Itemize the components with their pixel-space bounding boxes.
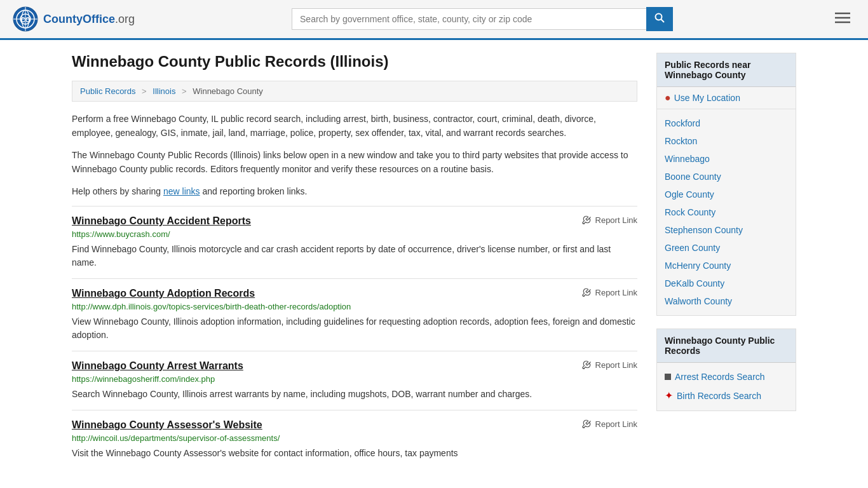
breadcrumb-public-records[interactable]: Public Records <box>80 86 135 96</box>
svg-point-12 <box>583 223 585 224</box>
hamburger-icon <box>835 12 850 24</box>
svg-text:CO: CO <box>21 17 31 24</box>
record-title-0[interactable]: Winnebago County Accident Reports <box>72 215 251 227</box>
breadcrumb-sep-2: > <box>182 86 187 96</box>
intro-text-1: Perform a free Winnebago County, IL publ… <box>72 112 637 140</box>
nearby-item-3[interactable]: Boone County <box>657 168 796 186</box>
wrench-icon-1 <box>582 288 592 298</box>
nearby-link-2[interactable]: Winnebago <box>665 154 710 164</box>
nearby-item-5[interactable]: Rock County <box>657 203 796 221</box>
nearby-link-8[interactable]: McHenry County <box>665 261 731 271</box>
main-content: Winnebago County Public Records (Illinoi… <box>72 53 637 469</box>
report-link-0[interactable]: Report Link <box>582 215 637 226</box>
bullet-square-icon-0 <box>665 374 671 380</box>
nearby-link-10[interactable]: Walworth County <box>665 296 732 306</box>
nearby-link-9[interactable]: DeKalb County <box>665 278 724 288</box>
report-link-1[interactable]: Report Link <box>582 288 637 298</box>
record-url-2[interactable]: https://winnebagosheriff.com/index.php <box>72 374 637 384</box>
svg-point-15 <box>583 427 585 428</box>
records-link-0[interactable]: Arrest Records Search <box>675 372 765 382</box>
record-url-1[interactable]: http://www.dph.illinois.gov/topics-servi… <box>72 302 637 311</box>
record-title-2[interactable]: Winnebago County Arrest Warrants <box>72 360 243 372</box>
nearby-item-10[interactable]: Walworth County <box>657 292 796 310</box>
records-links-list: Arrest Records Search✦Birth Records Sear… <box>657 363 796 410</box>
page-title: Winnebago County Public Records (Illinoi… <box>72 53 637 71</box>
breadcrumb: Public Records > Illinois > Winnebago Co… <box>72 81 637 102</box>
breadcrumb-illinois[interactable]: Illinois <box>153 86 175 96</box>
nearby-section: Public Records near Winnebago County ● U… <box>656 53 796 316</box>
menu-button[interactable] <box>830 8 855 30</box>
logo-area[interactable]: CO CountyOffice.org <box>13 6 135 32</box>
main-container: Winnebago County Public Records (Illinoi… <box>53 40 815 482</box>
svg-point-14 <box>583 368 585 369</box>
nearby-link-6[interactable]: Stephenson County <box>665 225 743 235</box>
breadcrumb-sep-1: > <box>142 86 147 96</box>
nearby-list: RockfordRocktonWinnebagoBoone CountyOgle… <box>657 109 796 315</box>
new-links-link[interactable]: new links <box>163 186 200 196</box>
intro-text-3: Help others by sharing new links and rep… <box>72 184 637 198</box>
record-header-2: Winnebago County Arrest Warrants Report … <box>72 360 637 372</box>
search-icon <box>654 13 665 23</box>
sidebar: Public Records near Winnebago County ● U… <box>656 53 796 469</box>
records-link-item-1[interactable]: ✦Birth Records Search <box>657 386 796 405</box>
record-header-1: Winnebago County Adoption Records Report… <box>72 288 637 299</box>
record-entry-0: Winnebago County Accident Reports Report… <box>72 206 637 278</box>
nearby-item-2[interactable]: Winnebago <box>657 150 796 168</box>
records-section: Winnebago County Public Records Arrest R… <box>656 329 796 411</box>
record-desc-3: Visit the Winnebago County Assessor's we… <box>72 447 637 460</box>
logo-icon: CO <box>13 6 38 32</box>
record-desc-0: Find Winnebago County, Illinois motorcyc… <box>72 243 637 269</box>
records-link-item-0[interactable]: Arrest Records Search <box>657 368 796 386</box>
use-location-button[interactable]: ● Use My Location <box>657 87 796 109</box>
nearby-link-1[interactable]: Rockton <box>665 136 697 146</box>
intro3-pre: Help others by sharing <box>72 186 163 196</box>
record-url-3[interactable]: http://wincoil.us/departments/supervisor… <box>72 433 637 443</box>
nearby-link-0[interactable]: Rockford <box>665 118 700 128</box>
wrench-icon-3 <box>582 419 592 430</box>
use-location-label: Use My Location <box>674 93 740 103</box>
report-link-3[interactable]: Report Link <box>582 419 637 430</box>
nearby-link-3[interactable]: Boone County <box>665 172 721 182</box>
nearby-item-4[interactable]: Ogle County <box>657 186 796 203</box>
location-pin-icon: ● <box>665 92 671 104</box>
record-entry-1: Winnebago County Adoption Records Report… <box>72 278 637 351</box>
records-link-1[interactable]: Birth Records Search <box>677 391 761 401</box>
nearby-link-7[interactable]: Green County <box>665 243 720 253</box>
records-container: Winnebago County Accident Reports Report… <box>72 206 637 469</box>
nearby-title: Public Records near Winnebago County <box>657 53 796 87</box>
wrench-icon-0 <box>582 215 592 226</box>
nearby-item-1[interactable]: Rockton <box>657 132 796 150</box>
wrench-icon-2 <box>582 360 592 370</box>
intro-text-2: The Winnebago County Public Records (Ill… <box>72 148 637 177</box>
record-header-3: Winnebago County Assessor's Website Repo… <box>72 419 637 431</box>
record-entry-2: Winnebago County Arrest Warrants Report … <box>72 351 637 410</box>
search-input[interactable] <box>292 8 646 30</box>
breadcrumb-current: Winnebago County <box>193 86 263 96</box>
logo-text: CountyOffice.org <box>43 13 135 26</box>
record-desc-1: View Winnebago County, Illinois adoption… <box>72 315 637 342</box>
search-area <box>292 7 673 31</box>
record-title-3[interactable]: Winnebago County Assessor's Website <box>72 419 262 431</box>
svg-point-7 <box>656 14 662 20</box>
record-title-1[interactable]: Winnebago County Adoption Records <box>72 288 255 299</box>
nearby-item-6[interactable]: Stephenson County <box>657 221 796 239</box>
search-button[interactable] <box>646 7 673 31</box>
record-url-0[interactable]: https://www.buycrash.com/ <box>72 229 637 239</box>
svg-point-13 <box>583 295 585 297</box>
record-entry-3: Winnebago County Assessor's Website Repo… <box>72 410 637 469</box>
nearby-item-8[interactable]: McHenry County <box>657 257 796 274</box>
record-desc-2: Search Winnebago County, Illinois arrest… <box>72 388 637 401</box>
nearby-item-7[interactable]: Green County <box>657 239 796 257</box>
intro3-post: and reporting broken links. <box>200 186 308 196</box>
bullet-star-icon-1: ✦ <box>665 390 673 402</box>
report-link-2[interactable]: Report Link <box>582 360 637 370</box>
nearby-link-5[interactable]: Rock County <box>665 207 715 217</box>
site-header: CO CountyOffice.org <box>0 0 868 40</box>
record-header-0: Winnebago County Accident Reports Report… <box>72 215 637 227</box>
nearby-item-0[interactable]: Rockford <box>657 114 796 132</box>
nearby-link-4[interactable]: Ogle County <box>665 189 714 200</box>
nearby-item-9[interactable]: DeKalb County <box>657 274 796 292</box>
records-section-title: Winnebago County Public Records <box>657 329 796 363</box>
svg-line-8 <box>661 20 665 23</box>
